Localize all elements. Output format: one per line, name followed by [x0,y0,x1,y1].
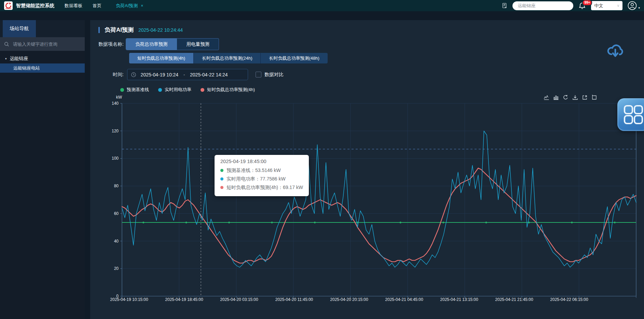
station-report-icon[interactable] [502,3,507,9]
chart-legend: 预测基准线 实时用电功率 短时负载总功率预测(4h) [120,87,644,93]
time-start-input[interactable] [136,72,183,78]
main-panel: 负荷AI预测 2025-04-22 10:24:44 数据项名称: 负荷总功率预… [90,20,644,319]
refresh-icon[interactable] [563,95,568,100]
chart-toolbar [544,95,597,100]
tooltip-row-forecast: 短时负载总功率预测(4h)：69.17 kW [220,183,303,192]
data-compare-option[interactable]: 数据对比 [256,72,284,78]
svg-text:40: 40 [114,239,119,244]
language-select[interactable]: 中文 ∨ [591,1,622,10]
download-icon[interactable] [572,95,578,100]
cloud-download-icon[interactable] [606,42,624,58]
legend-dot-blue [158,88,162,92]
svg-text:2025-04-20 20:15:00: 2025-04-20 20:15:00 [330,297,368,302]
tooltip-dot-green [220,169,223,172]
page-title: 负荷AI预测 [105,26,134,34]
tab-short-term-4h[interactable]: 短时负载总功率预测(4h) [129,53,194,63]
data-compare-checkbox[interactable] [256,72,261,77]
tooltip-label: 实时用电功率：77.7586 kW [227,175,286,183]
tooltip-dot-red [220,186,223,189]
grid-apps-icon [623,104,644,125]
time-row: 时间: - 数据对比 [98,69,644,80]
user-menu[interactable]: ▾ [628,1,640,10]
sidebar-search-input[interactable] [12,41,81,47]
station-search-input[interactable] [517,3,569,9]
notifications[interactable]: 99+ [578,2,586,10]
svg-text:2025-04-19 10:15:00: 2025-04-19 10:15:00 [110,297,148,302]
data-zoom-icon[interactable] [582,95,588,100]
tree-node-station-selected[interactable]: 远能锦座电站 [0,63,85,73]
chart-tooltip: 2025-04-19 18:45:00 预测基准线：53.5146 kW 实时用… [215,155,309,196]
legend-label: 短时负载总功率预测(4h) [207,87,255,93]
quick-panel-button[interactable] [617,98,644,131]
time-label: 时间: [113,72,124,78]
language-value: 中文 [594,3,603,9]
app-root: { "navbar": { "brand": "智慧储能监控系统", "item… [0,0,644,319]
svg-text:kW: kW [116,95,122,100]
svg-text:80: 80 [114,184,119,188]
legend-label: 预测基准线 [127,87,149,93]
nav-item-home[interactable]: 首页 [93,3,101,9]
legend-dot-green [120,88,124,92]
tooltip-timestamp: 2025-04-19 18:45:00 [220,159,303,164]
svg-text:2025-04-22 06:15:00: 2025-04-22 06:15:00 [550,297,588,302]
svg-text:120: 120 [112,129,119,133]
tooltip-label: 预测基准线：53.5146 kW [227,166,281,175]
tree-node-station-group[interactable]: ▾ 远能锦座 [0,54,85,63]
time-separator: - [183,72,186,77]
user-caret-icon[interactable]: ▾ [638,6,640,10]
notification-badge: 99+ [582,0,592,6]
time-end-input[interactable] [186,72,232,78]
sidebar: 场站导航 ▾ 远能锦座 远能锦座电站 [0,20,85,319]
svg-text:2025-04-21 04:45:00: 2025-04-21 04:45:00 [385,297,423,302]
nav-item-dashboard[interactable]: 数据看板 [65,3,82,9]
search-icon [4,42,9,47]
svg-text:140: 140 [112,101,119,106]
sidebar-header: 场站导航 [0,20,85,37]
export-download-button[interactable] [606,42,624,59]
duration-tabs: 短时负载总功率预测(4h) 长时负载总功率预测(24h) 长时负载总功率预测(4… [129,53,644,63]
caret-down-icon[interactable]: ▾ [5,57,7,60]
tab-load-total-power-forecast[interactable]: 负荷总功率预测 [126,38,177,50]
legend-item-forecast-4h[interactable]: 短时负载总功率预测(4h) [201,87,255,93]
app-title: 智慧储能监控系统 [16,3,54,9]
avatar-icon[interactable] [628,1,637,10]
bar-chart-icon[interactable] [553,95,559,100]
line-chart-icon[interactable] [544,95,549,100]
legend-item-realtime-power[interactable]: 实时用电功率 [158,87,191,93]
tab-long-term-48h[interactable]: 长时负载总功率预测(48h) [261,53,327,63]
tab-close-icon[interactable]: × [141,3,143,8]
sidebar-search[interactable] [0,37,85,51]
svg-text:60: 60 [114,211,119,216]
tree-node-label: 远能锦座 [10,56,28,62]
zoom-restore-icon[interactable] [591,95,597,100]
tooltip-dot-blue [220,177,223,180]
svg-text:20: 20 [114,266,119,271]
tab-station-navigation[interactable]: 场站导航 [3,20,36,37]
chart-area[interactable]: 020406080100120140kW2025-04-19 10:15:002… [99,93,642,313]
data-compare-label: 数据对比 [264,72,284,78]
station-search[interactable] [512,1,573,10]
tab-load-ai-forecast[interactable]: 负荷AI预测 × [116,3,143,9]
tooltip-row-baseline: 预测基准线：53.5146 kW [220,166,303,175]
tab-energy-consumption-forecast[interactable]: 用电量预测 [177,38,219,50]
svg-text:2025-04-20 11:45:00: 2025-04-20 11:45:00 [275,297,313,302]
station-tree: ▾ 远能锦座 远能锦座电站 [0,51,85,73]
tooltip-label: 短时负载总功率预测(4h)：69.17 kW [227,183,303,192]
legend-dot-red [201,88,204,92]
legend-item-baseline[interactable]: 预测基准线 [120,87,149,93]
logo [4,1,13,10]
svg-text:2025-04-21 21:45:00: 2025-04-21 21:45:00 [495,297,533,302]
page-header: 负荷AI预测 2025-04-22 10:24:44 [98,26,644,33]
time-range-picker[interactable]: - [127,69,248,80]
clock-icon [131,72,136,77]
svg-text:2025-04-21 13:15:00: 2025-04-21 13:15:00 [440,297,478,302]
legend-label: 实时用电功率 [165,87,191,93]
navbar-right: 99+ 中文 ∨ ▾ [502,1,640,10]
tab-label: 负荷AI预测 [116,3,138,9]
top-navbar: 智慧储能监控系统 数据看板 首页 负荷AI预测 × 99+ 中文 ∨ [0,0,644,11]
tooltip-row-realtime: 实时用电功率：77.7586 kW [220,175,303,183]
chevron-down-icon: ∨ [617,3,619,8]
line-chart[interactable]: 020406080100120140kW2025-04-19 10:15:002… [99,93,642,313]
tab-long-term-24h[interactable]: 长时负载总功率预测(24h) [194,53,261,63]
data-item-row: 数据项名称: 负荷总功率预测 用电量预测 [98,38,644,50]
